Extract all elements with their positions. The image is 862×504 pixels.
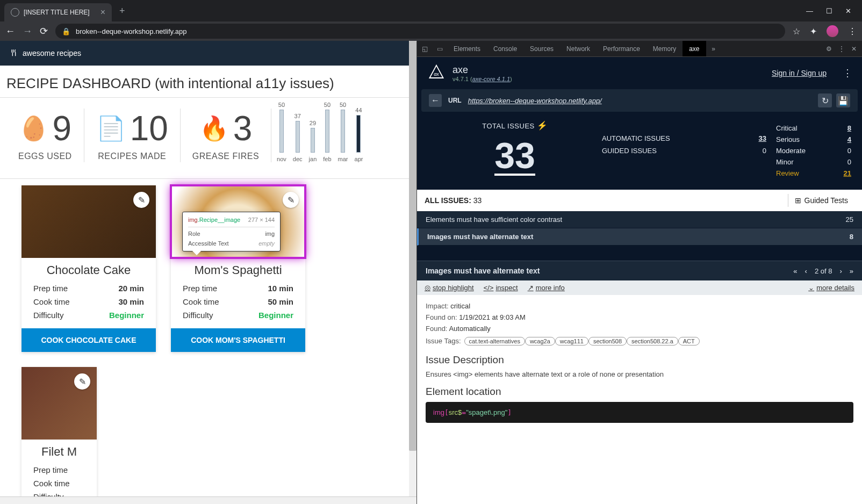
grid-icon: ⊞: [795, 196, 801, 205]
severity-review[interactable]: Review21: [776, 168, 851, 179]
more-tabs-icon[interactable]: »: [706, 45, 721, 53]
axe-back-button[interactable]: ←: [429, 94, 442, 107]
stat-fires: 🔥 3 GREASE FIRES: [181, 109, 271, 162]
issue-row[interactable]: Images must have alternate text8: [417, 228, 862, 246]
window-controls: — ☐ ✕: [806, 7, 862, 15]
more-info-link[interactable]: ↗more info: [528, 284, 565, 292]
more-details-toggle[interactable]: ⌄ more details: [808, 284, 854, 292]
recipe-image: ✎: [21, 367, 97, 440]
stop-highlight-link[interactable]: ◎stop highlight: [425, 284, 474, 292]
axe-header: αx axe v4.7.1 (axe-core 4.1.1) Sign in /…: [417, 57, 862, 89]
recipe-title: Chocolate Cake: [21, 258, 156, 282]
svg-text:αx: αx: [434, 71, 439, 77]
issue-row[interactable]: Elements must have sufficient color cont…: [417, 211, 862, 228]
bar-apr: 44apr: [355, 107, 363, 162]
guided-tests-button[interactable]: ⊞ Guided Tests: [788, 194, 854, 207]
scrollbar-vertical[interactable]: [409, 41, 416, 496]
recipe-title: Mom's Spaghetti: [171, 258, 305, 282]
issue-detail-header: Images must have alternate text « ‹ 2 of…: [417, 261, 862, 280]
axe-core-link[interactable]: axe-core 4.1.1: [472, 76, 510, 82]
chevron-down-icon: ⌄: [808, 284, 814, 292]
extensions-icon[interactable]: ✦: [810, 26, 817, 37]
element-location-heading: Element location: [426, 386, 853, 398]
close-window-button[interactable]: ✕: [845, 7, 851, 15]
inspector-tooltip: img.Recipe__image 277 × 144 Roleimg Acce…: [182, 212, 281, 251]
devtools-tab-console[interactable]: Console: [487, 41, 523, 56]
issue-detail-body: Impact: critical Found on: 1/19/2021 at …: [417, 295, 862, 504]
issue-description-heading: Issue Description: [426, 354, 853, 366]
axe-menu-icon[interactable]: ⋮: [843, 67, 852, 79]
devtools-tab-performance[interactable]: Performance: [597, 41, 646, 56]
recipe-icon: 📄: [96, 114, 126, 142]
code-icon: </>: [484, 284, 494, 292]
rerun-icon[interactable]: ↻: [818, 93, 832, 107]
bar-feb: 50feb: [323, 102, 331, 162]
egg-icon: 🥚: [19, 114, 48, 142]
severity-critical[interactable]: Critical8: [776, 123, 851, 134]
menu-icon[interactable]: ⋮: [848, 26, 857, 37]
prev-icon[interactable]: ‹: [805, 267, 807, 275]
recipe-card: ✎Filet MPrep timeCook timeDifficultyCOOK…: [21, 367, 97, 504]
stat-eggs: 🥚 9 EGGS USED: [6, 109, 84, 162]
external-icon: ↗: [528, 284, 534, 292]
edit-button[interactable]: ✎: [74, 373, 90, 390]
new-tab-button[interactable]: +: [119, 5, 125, 17]
cook-button[interactable]: COOK CHOCOLATE CAKE: [21, 328, 156, 352]
devtools-tab-memory[interactable]: Memory: [646, 41, 683, 56]
axe-panel: αx axe v4.7.1 (axe-core 4.1.1) Sign in /…: [417, 57, 862, 504]
issue-tag: section508: [588, 337, 627, 345]
automatic-issues-link[interactable]: 33: [759, 134, 766, 142]
devtools-tabbar: ◱ ▭ ElementsConsoleSourcesNetworkPerform…: [417, 41, 862, 57]
profile-avatar[interactable]: [827, 25, 838, 37]
devtools-tab-network[interactable]: Network: [560, 41, 597, 56]
address-bar[interactable]: 🔒 broken--deque-workshop.netlify.app: [55, 24, 785, 39]
site-header: awesome recipes: [0, 41, 416, 66]
scrollbar-horizontal[interactable]: [0, 496, 416, 504]
edit-button[interactable]: ✎: [283, 192, 299, 208]
browser-tab[interactable]: [INSERT TITLE HERE] ×: [4, 3, 112, 21]
device-toolbar-icon[interactable]: ▭: [432, 45, 447, 53]
issue-tag: wcag111: [555, 337, 588, 345]
severity-minor: Minor0: [776, 156, 851, 168]
axe-summary: TOTAL ISSUES⚡ 33 AUTOMATIC ISSUES33 GUID…: [417, 112, 862, 190]
maximize-button[interactable]: ☐: [826, 7, 832, 15]
recipe-card: ✎Chocolate CakePrep time20 minCook time3…: [21, 185, 156, 352]
settings-icon[interactable]: ⚙: [826, 45, 832, 53]
recipe-card: ✎Mom's SpaghettiPrep time10 minCook time…: [171, 185, 305, 352]
devtools-tab-elements[interactable]: Elements: [447, 41, 487, 56]
bar-jan: 29jan: [309, 120, 317, 162]
back-button[interactable]: ←: [5, 26, 15, 37]
minimize-button[interactable]: —: [806, 7, 813, 15]
bar-dec: 37dec: [293, 113, 303, 162]
stats-row: 🥚 9 EGGS USED 📄 10 RECIPES MADE 🔥 3 GREA…: [0, 98, 416, 178]
devtools-tab-sources[interactable]: Sources: [523, 41, 560, 56]
recipe-image: ✎: [21, 185, 156, 258]
signin-link[interactable]: Sign in / Sign up: [772, 69, 827, 77]
browser-toolbar: ← → ⟳ 🔒 broken--deque-workshop.netlify.a…: [0, 21, 862, 41]
all-issues-bar: ALL ISSUES: 33 ⊞ Guided Tests: [417, 190, 862, 211]
first-icon[interactable]: «: [793, 267, 797, 275]
close-devtools-icon[interactable]: ✕: [851, 45, 857, 53]
axe-url[interactable]: https://broken--deque-workshop.netlify.a…: [468, 97, 602, 105]
next-icon[interactable]: ›: [839, 267, 842, 275]
total-issues-count[interactable]: 33: [494, 137, 535, 176]
devtools-tab-axe[interactable]: axe: [683, 41, 706, 56]
cook-button[interactable]: COOK MOM'S SPAGHETTI: [171, 328, 305, 352]
site-logo[interactable]: awesome recipes: [10, 49, 81, 57]
inspect-link[interactable]: </>inspect: [484, 284, 518, 292]
issue-tag: ACT: [678, 337, 700, 345]
edit-button[interactable]: ✎: [133, 192, 149, 208]
bolt-icon: ⚡: [537, 121, 548, 130]
bookmark-icon[interactable]: ☆: [793, 26, 800, 37]
reload-button[interactable]: ⟳: [40, 25, 48, 37]
severity-serious[interactable]: Serious4: [776, 134, 851, 145]
issue-pager: « ‹ 2 of 8 › »: [793, 267, 853, 275]
pencil-icon: ✎: [79, 377, 86, 387]
forward-button[interactable]: →: [23, 26, 32, 37]
last-icon[interactable]: »: [850, 267, 853, 275]
save-icon[interactable]: 💾: [836, 93, 850, 107]
globe-icon: [11, 8, 19, 17]
inspect-element-icon[interactable]: ◱: [417, 45, 432, 53]
kebab-icon[interactable]: ⋮: [838, 45, 845, 53]
close-icon[interactable]: ×: [100, 8, 105, 17]
